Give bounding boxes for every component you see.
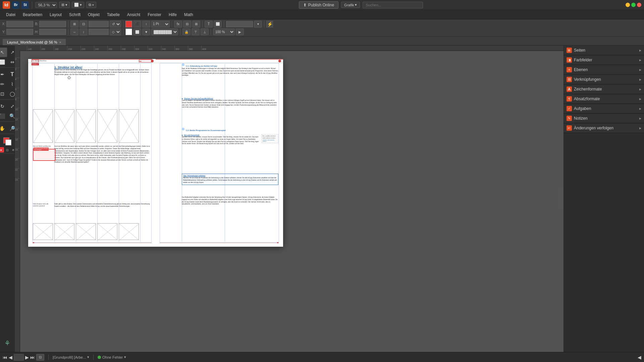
tab-close-btn[interactable]: × — [59, 41, 61, 44]
image-frame-2[interactable] — [54, 109, 74, 143]
left-page[interactable]: Der ideale Workflow Der ideale Workflow … — [28, 59, 156, 247]
mm-select-btn[interactable]: ▾ — [254, 21, 262, 27]
menu-bearbeiten[interactable]: Bearbeiten — [19, 11, 46, 18]
menu-tabelle[interactable]: Tabelle — [104, 11, 123, 18]
effects-btn[interactable]: fx — [174, 21, 182, 27]
window-close[interactable] — [637, 3, 641, 7]
rotate-select[interactable]: ↺ — [110, 21, 121, 27]
frame-btn[interactable]: ⬜ — [214, 21, 222, 27]
window-maximize[interactable] — [631, 3, 636, 7]
grafik-select[interactable]: Grafik ▾ — [341, 2, 360, 8]
pencil-tool[interactable]: ✏ — [0, 79, 7, 89]
fill-swatch[interactable] — [5, 139, 11, 145]
canvas-area[interactable]: 140 160 180 200 220 240 260 280 300 320 … — [15, 46, 564, 352]
menu-ansicht[interactable]: Ansicht — [124, 11, 144, 18]
panel-verknuepfungen-header[interactable]: ⛓ Verknüpfungen ▶ — [564, 75, 644, 84]
fill-btn[interactable]: ⬜ — [133, 28, 141, 35]
zoom-select[interactable]: 56,3 % — [35, 2, 57, 8]
selection-tool[interactable]: ↖ — [0, 48, 7, 57]
window-minimize[interactable] — [626, 3, 630, 7]
mm-input[interactable]: 4,233 mm — [226, 21, 253, 27]
stroke-btn[interactable]: ⬛ — [133, 21, 141, 27]
fill-select[interactable]: ████████ — [151, 28, 178, 35]
image-frame-6[interactable] — [33, 223, 53, 240]
main-text-bottom[interactable]: Dafür gibt es viele Ansätze. Eine sauber… — [54, 203, 151, 208]
align-top-btn[interactable]: ⊤ — [192, 28, 200, 35]
panel-ebenen-header[interactable]: ≡ Ebenen ▶ — [564, 65, 644, 74]
scroll-thumb-v[interactable] — [559, 189, 562, 209]
nav-last-btn[interactable]: ⏭ — [30, 355, 35, 360]
image-frame-9[interactable] — [97, 223, 117, 240]
menu-math[interactable]: Math — [181, 11, 197, 18]
image-frame-1[interactable] — [33, 109, 53, 143]
align-right-btn[interactable]: ⊞ — [192, 21, 200, 27]
transform-btn[interactable]: ⊞ — [70, 21, 78, 27]
panel-aenderungen-header[interactable]: ↩ Änderungen verfolgen ▶ — [564, 123, 644, 133]
document-tab[interactable]: Layout_Workflow.indd @ 56 % × — [3, 39, 66, 45]
apply-gradient-btn[interactable]: ◫ — [5, 147, 10, 153]
stock-icon[interactable]: St — [21, 1, 29, 9]
panel-notizen-header[interactable]: ✎ Notizen ▶ — [564, 114, 644, 123]
rotate-input[interactable] — [89, 21, 109, 27]
image-frame-3[interactable] — [76, 109, 96, 143]
image-frame-5[interactable] — [119, 109, 139, 143]
page-number-input[interactable]: 7 — [14, 354, 24, 361]
shear-select[interactable]: ◇ — [110, 28, 121, 35]
stroke-opt-btn[interactable]: ↕ — [142, 21, 150, 27]
page-tool[interactable]: ⬜ — [0, 57, 7, 67]
gradient-tool[interactable]: ⬛ — [0, 111, 7, 121]
panel-zeichenformate-header[interactable]: A Zeichenformate ▶ — [564, 84, 644, 94]
right-page[interactable]: ○ 1.1. Anbindung zu Adobe InCopy Egal, o… — [156, 59, 283, 247]
main-text-lower[interactable]: Auch ein Workflow, der passt, kann nach … — [54, 145, 151, 165]
scroll-left-btn[interactable]: ◀ — [638, 355, 641, 360]
apply-color-btn[interactable]: ■ — [0, 147, 4, 153]
hand-tool[interactable]: ✋ — [0, 124, 7, 133]
stroke-pt-select[interactable]: 1 Pt — [151, 21, 170, 27]
menu-hilfe[interactable]: Hilfe — [165, 11, 180, 18]
b-input[interactable] — [39, 21, 66, 27]
rotate-tool[interactable]: ↻ — [0, 102, 7, 111]
arrange-btn[interactable]: ⧉ ▾ — [86, 2, 96, 8]
flip-h-btn[interactable]: ↔ — [70, 28, 78, 35]
panel-farbfelder-header[interactable]: ◨ Farbfelder ▶ — [564, 55, 644, 65]
opacity-lock-btn[interactable]: 🔒 — [182, 28, 191, 35]
arrange-ref-btn[interactable]: ⊡ — [79, 21, 88, 27]
publish-online-button[interactable]: ⬆ Publish Online — [299, 1, 338, 9]
search-input[interactable] — [363, 2, 423, 8]
pen-tool[interactable]: ✒ — [0, 70, 7, 79]
menu-fenster[interactable]: Fenster — [144, 11, 165, 18]
panel-absatzformate-header[interactable]: ¶ Absatzformate ▶ — [564, 94, 644, 104]
scroll-thumb-h[interactable] — [279, 348, 299, 351]
bridge-icon[interactable]: Br — [12, 1, 19, 9]
fill-color[interactable] — [125, 28, 132, 35]
align-left-btn[interactable]: ⊟ — [183, 21, 191, 27]
panel-aufgaben-header[interactable]: ✓ Aufgaben ▶ — [564, 104, 644, 113]
panel-seiten-header[interactable]: ⊞ Seiten ▶ — [564, 46, 644, 55]
image-frame-4[interactable] — [97, 109, 117, 143]
align-bottom-btn[interactable]: ⊥ — [201, 28, 209, 35]
page-options-btn[interactable]: ⊡ — [36, 354, 44, 361]
view-mode-btn[interactable]: ⊞ ▾ — [59, 2, 70, 8]
menu-objekt[interactable]: Objekt — [85, 11, 103, 18]
selected-frame[interactable]: Inhaber für diesen Bereichkeine Aufgabe — [33, 149, 56, 161]
menu-layout[interactable]: Layout — [46, 11, 65, 18]
zoom-pct-select[interactable]: 100 % — [213, 28, 235, 35]
y-input[interactable] — [6, 29, 33, 35]
nav-first-btn[interactable]: ⏮ — [3, 355, 7, 360]
image-frame-7[interactable] — [54, 223, 74, 240]
nav-prev-btn[interactable]: ◀ — [9, 355, 12, 360]
style-btn[interactable]: T — [205, 21, 213, 27]
image-frame-8[interactable] — [76, 223, 96, 240]
menu-schrift[interactable]: Schrift — [66, 11, 84, 18]
h-input[interactable] — [39, 29, 66, 35]
x-input[interactable] — [6, 21, 33, 27]
zoom-in-btn[interactable]: ▶ — [236, 28, 244, 35]
frame-rect-tool[interactable]: ⊡ — [0, 89, 7, 99]
stroke-color[interactable] — [125, 21, 132, 27]
screen-mode-btn[interactable]: ⬜ ▾ — [72, 2, 84, 8]
fill-opt-btn[interactable]: ▼ — [142, 28, 150, 35]
flip-v-btn[interactable]: ↕ — [79, 28, 88, 35]
image-frame-10[interactable] — [119, 223, 139, 240]
shear-input[interactable] — [89, 29, 109, 35]
lightning-btn[interactable]: ⚡ — [266, 21, 273, 27]
